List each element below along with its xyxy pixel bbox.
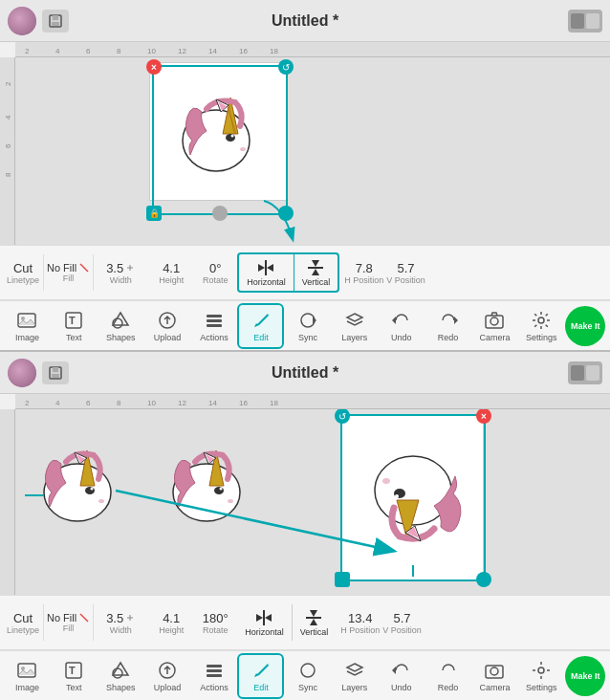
edit-icon-1 — [250, 309, 272, 332]
tool-shapes-label-2: Shapes — [106, 683, 136, 692]
svg-marker-40 — [454, 317, 458, 324]
tool-image-label-2: Image — [15, 683, 39, 692]
make-it-btn-2[interactable]: Make It — [565, 653, 606, 699]
unicorn-2-p2[interactable] — [154, 424, 264, 538]
save-button-1[interactable] — [42, 10, 69, 33]
scale-handle-2[interactable] — [476, 572, 491, 587]
tool-layers-1[interactable]: Layers — [331, 303, 378, 349]
flip-buttons-2[interactable]: Horizontal Vertical — [237, 604, 336, 641]
tool-actions-label-2: Actions — [200, 683, 229, 692]
svg-text:16: 16 — [239, 47, 248, 55]
lock-handle-1[interactable]: 🔒 — [146, 206, 162, 221]
svg-line-25 — [80, 264, 88, 272]
hpos-group-2: 13.4 H Position — [340, 611, 380, 635]
titlebar-1: Untitled * — [0, 0, 610, 42]
delete-handle-2[interactable]: × — [476, 409, 491, 424]
view-toggle-1[interactable] — [568, 10, 602, 33]
view-toggle-2[interactable] — [568, 361, 602, 384]
tool-sync-2[interactable]: Sync — [284, 653, 331, 699]
redo-icon-1 — [437, 309, 460, 332]
tool-settings-1[interactable]: Settings — [518, 303, 565, 349]
svg-text:2: 2 — [25, 47, 30, 55]
canvas-1[interactable]: × ↺ 🔒 — [15, 57, 610, 245]
svg-rect-84 — [306, 617, 321, 619]
width-group-2: 3.5 Width — [97, 611, 144, 635]
rotate-handle-1[interactable]: ↺ — [278, 59, 294, 75]
tool-sync-label-2: Sync — [298, 683, 317, 692]
svg-text:4: 4 — [4, 115, 12, 120]
vertical-flip-btn-1[interactable]: Vertical — [294, 254, 338, 291]
tool-layers-2[interactable]: Layers — [331, 653, 378, 699]
svg-rect-45 — [53, 367, 58, 372]
horizontal-flip-btn-1[interactable]: Horizontal — [239, 254, 294, 291]
tool-undo-1[interactable]: Undo — [378, 303, 425, 349]
tool-text-1[interactable]: T Text — [51, 303, 98, 349]
tool-edit-label-2: Edit — [253, 683, 269, 692]
vertical-flip-btn-2[interactable]: Vertical — [293, 604, 337, 641]
image-icon-1 — [15, 309, 38, 332]
tool-settings-2[interactable]: Settings — [518, 653, 565, 699]
tool-shapes-1[interactable]: Shapes — [98, 303, 144, 349]
tool-redo-2[interactable]: Redo — [425, 653, 471, 699]
settings-icon-2 — [530, 659, 553, 682]
page-title-2: Untitled * — [272, 364, 338, 382]
vpos-group-2: 5.7 V Position — [382, 611, 422, 635]
tool-image-1[interactable]: Image — [4, 303, 51, 349]
svg-text:6: 6 — [86, 399, 91, 407]
svg-text:10: 10 — [147, 47, 156, 55]
save-button-2[interactable] — [42, 361, 69, 384]
edit-icon-2 — [250, 659, 272, 682]
tool-actions-label-1: Actions — [200, 333, 229, 342]
svg-text:12: 12 — [178, 47, 186, 55]
toolbar-1: Image T Text Shapes Upload Actions — [0, 300, 610, 350]
tool-image-label-1: Image — [15, 333, 39, 342]
text-icon-2: T — [62, 659, 85, 682]
tool-edit-2[interactable]: Edit — [237, 653, 284, 699]
unicorn-1-p2[interactable] — [25, 424, 135, 538]
rotate-group-2: 180° Rotate — [198, 611, 232, 635]
tool-text-2[interactable]: T Text — [51, 653, 98, 699]
sync-icon-2 — [296, 659, 319, 682]
canvas-2[interactable]: × ↺ — [15, 409, 610, 595]
svg-text:8: 8 — [4, 172, 12, 177]
horizontal-flip-btn-2[interactable]: Horizontal — [237, 604, 292, 641]
tool-camera-1[interactable]: Camera — [471, 303, 518, 349]
svg-point-69 — [228, 499, 233, 503]
linetype-group-1: Cut Linetype — [6, 261, 40, 285]
svg-point-68 — [220, 488, 223, 491]
tool-settings-label-1: Settings — [526, 333, 557, 342]
tool-actions-1[interactable]: Actions — [191, 303, 238, 349]
rotate-group-1: 0° Rotate — [198, 261, 232, 285]
svg-point-42 — [490, 317, 498, 325]
tool-actions-2[interactable]: Actions — [191, 653, 238, 699]
tool-sync-1[interactable]: Sync — [284, 303, 331, 349]
linetype-group-2: Cut Linetype — [6, 611, 40, 635]
flip-handle-1[interactable] — [212, 206, 228, 221]
tool-upload-1[interactable]: Upload — [144, 303, 191, 349]
make-it-button-1[interactable]: Make It — [565, 306, 605, 346]
tool-image-2[interactable]: Image — [4, 653, 51, 699]
svg-text:14: 14 — [208, 47, 217, 55]
scale-handle-1[interactable] — [278, 206, 294, 221]
tool-undo-2[interactable]: Undo — [378, 653, 425, 699]
titlebar-2: Untitled * — [0, 352, 610, 394]
svg-point-98 — [538, 667, 544, 673]
undo-icon-2 — [390, 659, 413, 682]
svg-text:6: 6 — [86, 47, 91, 55]
tool-undo-label-1: Undo — [391, 333, 412, 342]
svg-text:4: 4 — [55, 399, 60, 407]
lock-handle-2[interactable] — [335, 572, 350, 587]
tool-camera-2[interactable]: Camera — [471, 653, 518, 699]
rotate-handle-2[interactable]: ↺ — [335, 409, 350, 424]
actions-icon-2 — [203, 659, 226, 682]
flip-buttons-1[interactable]: Horizontal Vertical — [237, 252, 339, 293]
fill-group-1: No Fill Fill — [47, 262, 90, 283]
tool-upload-2[interactable]: Upload — [144, 653, 191, 699]
make-it-button-2[interactable]: Make It — [565, 656, 605, 696]
make-it-btn-1[interactable]: Make It — [565, 303, 606, 349]
redo-icon-2 — [437, 659, 460, 682]
tool-edit-1[interactable]: Edit — [237, 303, 284, 349]
delete-handle-1[interactable]: × — [146, 59, 162, 75]
tool-shapes-2[interactable]: Shapes — [98, 653, 144, 699]
tool-redo-1[interactable]: Redo — [425, 303, 471, 349]
